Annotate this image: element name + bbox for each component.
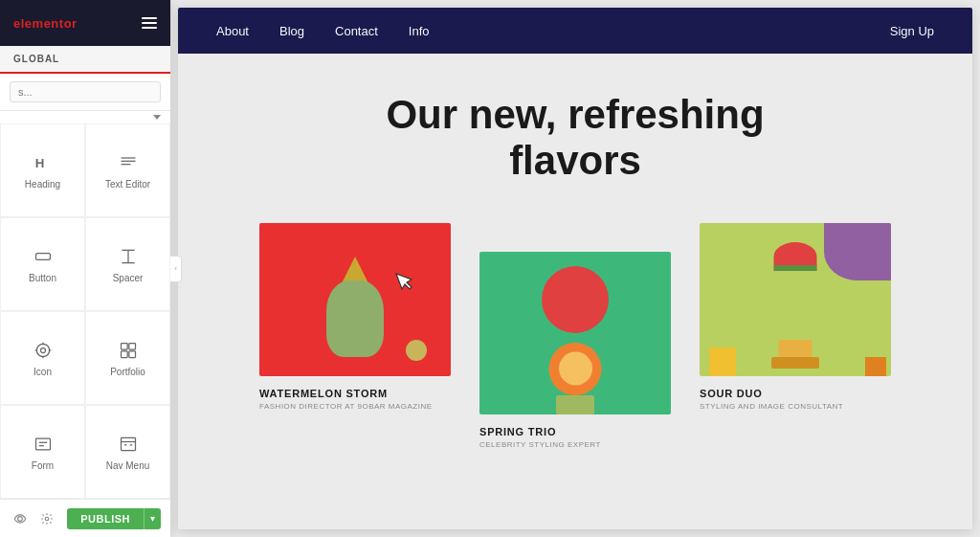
eye-toggle-button[interactable] — [10, 508, 31, 529]
sd-square-orange — [865, 357, 886, 376]
widget-form[interactable]: Form — [0, 405, 85, 499]
icon-widget-icon — [32, 339, 55, 362]
sp-orange — [549, 343, 602, 395]
portfolio-icon — [117, 339, 140, 362]
sidebar-filter-dropdown[interactable] — [0, 111, 170, 123]
card-image-spring — [479, 252, 671, 414]
widget-heading-label: Heading — [25, 179, 60, 190]
svg-text:H: H — [34, 156, 44, 170]
sp-pedestal — [556, 395, 594, 414]
card-spring-trio: SPRING TRIO CELEBRITY STYLING EXPERT — [479, 252, 671, 449]
svg-rect-18 — [35, 438, 50, 450]
hero-section: Our new, refreshing flavors WATERMELON S… — [178, 54, 972, 529]
sidebar-tab-global[interactable]: GLOBAL — [0, 46, 170, 74]
spacer-icon — [117, 245, 140, 268]
hamburger-line-3 — [142, 27, 157, 29]
sp-orange-inner — [559, 352, 592, 386]
nav-signup-button[interactable]: Sign Up — [890, 24, 934, 38]
svg-point-9 — [40, 347, 45, 352]
card-sour-duo: SOUR DUO STYLING AND IMAGE CONSULTANT — [700, 223, 891, 411]
form-icon — [32, 433, 55, 456]
widget-nav-menu-label: Nav Menu — [106, 460, 150, 472]
widget-search-box — [0, 74, 170, 111]
sd-bg-purple — [824, 223, 891, 280]
sp-circle — [542, 266, 609, 333]
button-icon — [32, 245, 55, 268]
card-title-sour: SOUR DUO — [700, 388, 763, 399]
widget-icon-label: Icon — [33, 367, 52, 378]
widget-form-label: Form — [32, 460, 54, 472]
content-area: About Blog Contact Info Sign Up Our new,… — [170, 0, 980, 537]
card-subtitle-sour: STYLING AND IMAGE CONSULTANT — [700, 402, 843, 411]
svg-point-25 — [18, 516, 23, 521]
hamburger-line-1 — [142, 17, 157, 19]
nav-links: About Blog Contact Info — [216, 24, 430, 38]
hamburger-line-2 — [142, 22, 157, 24]
card-subtitle-spring: CELEBRITY STYLING EXPERT — [479, 440, 601, 449]
sd-pedestal — [779, 340, 813, 357]
publish-group: PUBLISH ▾ — [67, 508, 161, 529]
main-wrapper: elementor GLOBAL H Heading — [0, 0, 980, 537]
sd-rind — [774, 265, 817, 271]
svg-rect-15 — [128, 343, 135, 349]
publish-dropdown-button[interactable]: ▾ — [144, 508, 161, 529]
widget-spacer-label: Spacer — [113, 273, 144, 284]
elementor-sidebar: elementor GLOBAL H Heading — [0, 0, 170, 537]
nav-link-contact[interactable]: Contact — [335, 24, 378, 38]
svg-rect-16 — [121, 350, 127, 357]
nav-bar: About Blog Contact Info Sign Up — [178, 8, 972, 54]
hamburger-menu-button[interactable] — [142, 17, 157, 29]
cards-grid: WATERMELON STORM FASHION DIRECTOR AT 9OB… — [207, 223, 944, 449]
svg-rect-17 — [128, 350, 135, 357]
svg-rect-4 — [35, 253, 50, 259]
heading-icon: H — [32, 151, 55, 174]
svg-point-8 — [36, 344, 49, 356]
widget-portfolio[interactable]: Portfolio — [85, 311, 170, 405]
card-watermelon-storm: WATERMELON STORM FASHION DIRECTOR AT 9OB… — [259, 223, 451, 411]
card-subtitle-watermelon: FASHION DIRECTOR AT 9OBAR MAGAZINE — [259, 402, 433, 411]
text-editor-icon — [117, 151, 140, 174]
sd-base — [771, 357, 819, 369]
website-preview: About Blog Contact Info Sign Up Our new,… — [178, 8, 972, 529]
widget-icon[interactable]: Icon — [0, 311, 85, 405]
widget-spacer[interactable]: Spacer — [85, 217, 170, 311]
widget-heading[interactable]: H Heading — [0, 123, 85, 217]
hero-title: Our new, refreshing flavors — [336, 92, 814, 185]
sd-square-yellow — [709, 347, 736, 376]
svg-rect-21 — [121, 437, 135, 450]
nav-link-info[interactable]: Info — [409, 24, 430, 38]
widget-nav-menu[interactable]: Nav Menu — [85, 405, 170, 499]
settings-button[interactable] — [36, 508, 57, 529]
widget-portfolio-label: Portfolio — [110, 367, 145, 378]
sidebar-collapse-handle[interactable]: ‹ — [170, 256, 182, 282]
widget-text-editor-label: Text Editor — [105, 179, 150, 190]
publish-button[interactable]: PUBLISH — [67, 508, 144, 529]
sidebar-bottom-bar: PUBLISH ▾ — [0, 499, 170, 537]
svg-point-26 — [45, 517, 49, 521]
svg-rect-14 — [121, 343, 127, 349]
nav-link-about[interactable]: About — [216, 24, 249, 38]
widget-search-input[interactable] — [10, 81, 161, 102]
nav-menu-icon — [117, 433, 140, 456]
wm-ball — [406, 340, 427, 361]
chevron-down-icon — [153, 115, 161, 120]
card-image-sour — [700, 223, 891, 376]
card-title-watermelon: WATERMELON STORM — [259, 388, 388, 399]
nav-link-blog[interactable]: Blog — [279, 24, 304, 38]
widget-button-label: Button — [29, 273, 56, 284]
sidebar-header: elementor — [0, 0, 170, 46]
sd-watermelon — [774, 242, 817, 271]
wm-figure — [326, 280, 384, 357]
card-title-spring: SPRING TRIO — [479, 426, 556, 437]
widget-text-editor[interactable]: Text Editor — [85, 123, 170, 217]
widget-button[interactable]: Button — [0, 217, 85, 311]
card-image-watermelon — [259, 223, 451, 376]
elementor-logo: elementor — [13, 16, 78, 31]
widgets-grid: H Heading Text Editor — [0, 123, 170, 499]
